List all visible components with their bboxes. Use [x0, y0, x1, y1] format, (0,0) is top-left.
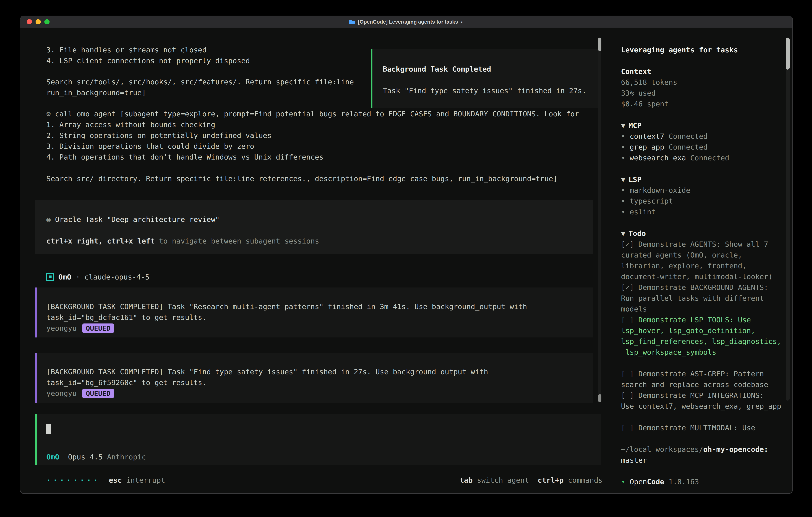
context-spent: $0.46 spent [621, 98, 786, 109]
oracle-hint: ctrl+x right, ctrl+x left to navigate be… [46, 236, 582, 246]
task-result-block: [BACKGROUND TASK COMPLETED] Task "Resear… [35, 288, 593, 337]
spinner-dots: ········ [46, 474, 100, 485]
status-right: tab switch agent ctrl+p commands [460, 474, 603, 485]
tab-key-label: switch agent [477, 474, 529, 485]
ctrlp-key-label: commands [568, 474, 603, 485]
task-meta-row: yeongyu QUEUED [46, 323, 582, 333]
hint-text: to navigate between subagent sessions [155, 237, 319, 245]
chevron-down-icon: ▼ [621, 229, 626, 238]
task-line: [BACKGROUND TASK COMPLETED] Task "Resear… [46, 301, 582, 312]
ctrlp-key-hint: ctrl+p [538, 474, 563, 485]
oracle-task-title: ◉ Oracle Task "Deep architecture review" [46, 214, 582, 225]
context-used: 33% used [621, 87, 786, 98]
todo-item: [ ] Demonstrate MCP INTEGRATIONS: Use co… [621, 390, 786, 411]
sidebar-scrollbar[interactable] [786, 37, 790, 401]
log-line: 2. String operations on potentially unde… [46, 130, 593, 141]
screen: [OpenCode] Leveraging agents for tasks ◐… [0, 0, 812, 517]
task-line: task_id="bg_dcfac161" to get results. [46, 312, 582, 323]
todo-item: [✓] Demonstrate AGENTS: Show all 7 curat… [621, 239, 786, 282]
task-line: task_id="bg_6f59260c" to get results. [46, 377, 582, 388]
chevron-down-icon: ▼ [621, 175, 626, 184]
oracle-icon: ◉ [46, 215, 51, 223]
agent-header: OmO · claude-opus-4-5 [46, 272, 593, 282]
tool-call-line: ⚙ call_omo_agent [subagent_type=explore,… [46, 108, 593, 119]
task-meta-row: yeongyu QUEUED [46, 388, 582, 399]
window-title: [OpenCode] Leveraging agents for tasks [358, 19, 458, 25]
titlebar[interactable]: [OpenCode] Leveraging agents for tasks ◐ [20, 16, 792, 28]
tab-key-hint: tab [460, 474, 473, 485]
text-cursor [46, 424, 51, 434]
todo-section-header[interactable]: ▼Todo [621, 228, 786, 239]
oracle-task-panel: ◉ Oracle Task "Deep architecture review"… [35, 200, 593, 254]
status-dot-icon: • [621, 478, 626, 486]
prompt-input[interactable]: OmO Opus 4.5 Anthropic [35, 414, 601, 465]
esc-key-hint: esc [109, 474, 122, 485]
status-badge: QUEUED [82, 388, 114, 398]
sidebar: Leveraging agents for tasks Context 66,5… [613, 28, 792, 493]
recording-icon: ◐ [461, 19, 464, 25]
todo-item: [ ] Demonstrate LSP TOOLS: Use lsp_hover… [621, 314, 786, 357]
workspace-branch: master [621, 455, 786, 465]
log-line: 3. Division operations that could divide… [46, 141, 593, 152]
task-line: [BACKGROUND TASK COMPLETED] Task "Find t… [46, 366, 582, 377]
minimize-button[interactable] [35, 19, 41, 24]
tool-call-text: call_omo_agent [subagent_type=explore, p… [55, 110, 579, 118]
agent-model: claude-opus-4-5 [85, 272, 149, 282]
mcp-item: • grep_app Connected [621, 141, 786, 152]
task-user: yeongyu [46, 388, 77, 399]
agent-name: OmO [58, 272, 71, 282]
main-pane: Background Task Completed Task "Find typ… [20, 28, 613, 493]
folder-icon [349, 19, 355, 24]
hint-keys: ctrl+x right, ctrl+x left [46, 237, 155, 245]
main-scrollbar[interactable] [598, 37, 601, 402]
terminal-window: [OpenCode] Leveraging agents for tasks ◐… [20, 16, 793, 494]
main-scrollbar-thumb-lower[interactable] [598, 394, 601, 402]
window-body: Background Task Completed Task "Find typ… [20, 28, 792, 493]
session-title: Leveraging agents for tasks [621, 45, 786, 55]
mcp-item: • websearch_exa Connected [621, 152, 786, 163]
main-scrollbar-thumb[interactable] [598, 37, 601, 51]
lsp-section-header[interactable]: ▼LSP [621, 174, 786, 185]
status-badge: QUEUED [82, 323, 114, 333]
close-button[interactable] [27, 19, 32, 24]
lsp-item: • markdown-oxide [621, 185, 786, 195]
model-info-row: OmO Opus 4.5 Anthropic [46, 452, 590, 462]
lsp-item: • eslint [621, 206, 786, 217]
editor-provider: Anthropic [107, 452, 146, 462]
esc-key-label: interrupt [126, 474, 165, 485]
separator-dot: · [76, 272, 80, 282]
workspace-path: ~/local-workspaces/oh-my-opencode: [621, 444, 786, 455]
log-line: 4. Path operations that don't handle Win… [46, 152, 593, 162]
toast-title: Background Task Completed [383, 63, 591, 74]
editor-model: Opus 4.5 [68, 452, 103, 462]
status-bar: ········ esc interrupt tab switch agent … [20, 465, 613, 493]
gear-icon: ⚙ [46, 110, 51, 118]
log-line: Search src/ directory. Return specific f… [46, 173, 593, 184]
mcp-section-header[interactable]: ▼MCP [621, 120, 786, 131]
todo-item: [ ] Demonstrate AST-GREP: Pattern search… [621, 368, 786, 390]
log-line: 1. Array access without bounds checking [46, 119, 593, 130]
mcp-item: • context7 Connected [621, 131, 786, 141]
status-left: ········ esc interrupt [46, 474, 165, 485]
lsp-item: • typescript [621, 195, 786, 206]
task-result-block: [BACKGROUND TASK COMPLETED] Task "Find t… [35, 353, 593, 403]
toast-body: Task "Find type safety issues" finished … [383, 85, 591, 96]
task-user: yeongyu [46, 323, 77, 333]
context-tokens: 66,518 tokens [621, 77, 786, 87]
agent-icon [46, 273, 54, 281]
editor-agent: OmO [46, 452, 59, 462]
traffic-lights [27, 19, 50, 24]
app-version: • OpenCode 1.0.163 [621, 476, 786, 487]
window-title-group: [OpenCode] Leveraging agents for tasks ◐ [349, 19, 464, 25]
chevron-down-icon: ▼ [621, 121, 626, 130]
zoom-button[interactable] [45, 19, 50, 24]
todo-item: [✓] Demonstrate BACKGROUND AGENTS: Run p… [621, 282, 786, 314]
sidebar-scrollbar-thumb[interactable] [786, 37, 790, 70]
background-task-toast[interactable]: Background Task Completed Task "Find typ… [371, 49, 601, 108]
todo-item: [ ] Demonstrate MULTIMODAL: Use [621, 422, 786, 433]
context-heading: Context [621, 66, 786, 77]
